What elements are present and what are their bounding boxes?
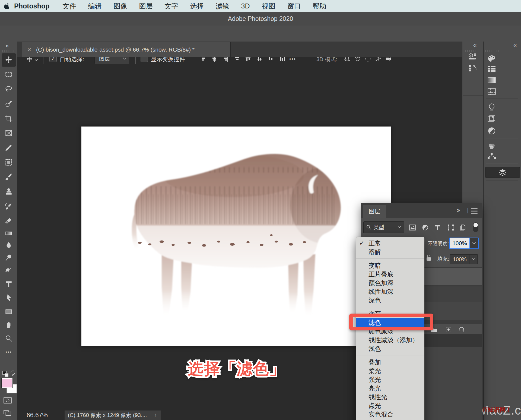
- close-tab-icon[interactable]: ×: [27, 46, 31, 53]
- panel-dock-grip[interactable]: [485, 50, 500, 52]
- status-expand-icon[interactable]: 〉: [154, 412, 159, 419]
- tool-blur[interactable]: [4, 241, 13, 250]
- menu-view[interactable]: 视图: [262, 2, 275, 11]
- patterns-panel-icon[interactable]: [487, 87, 496, 96]
- foreground-color-swatch[interactable]: [2, 378, 12, 388]
- filter-adjustment-layers-icon[interactable]: [421, 223, 430, 232]
- swatches-panel-icon[interactable]: [487, 64, 496, 73]
- lock-icon[interactable]: [426, 254, 432, 263]
- expand-tools-icon[interactable]: »: [5, 43, 8, 49]
- document-tab-bar: × (C) bison_downloadable-asset.psd @ 66.…: [17, 42, 462, 57]
- blend-option-hard-light[interactable]: 强光: [356, 375, 424, 384]
- tool-more-icon[interactable]: •••: [4, 348, 13, 356]
- filter-shape-layers-icon[interactable]: [446, 223, 455, 232]
- tool-gradient[interactable]: [4, 229, 13, 238]
- panel-menu-icon[interactable]: [471, 208, 478, 215]
- menu-app-name[interactable]: Photoshop: [14, 2, 50, 10]
- blend-option-dissolve[interactable]: 溶解: [356, 248, 424, 256]
- apple-icon[interactable]: [0, 3, 14, 9]
- dock-grip[interactable]: [465, 50, 480, 52]
- blend-option-darken[interactable]: 变暗: [356, 261, 424, 270]
- blend-option-linear-light[interactable]: 线性光: [356, 393, 424, 401]
- blend-option-linear-dodge[interactable]: 线性减淡（添加）: [356, 336, 424, 344]
- menu-help[interactable]: 帮助: [313, 2, 326, 11]
- blend-option-overlay[interactable]: 叠加: [356, 358, 424, 367]
- tool-brush[interactable]: [4, 173, 13, 181]
- delete-layer-icon[interactable]: [457, 325, 466, 334]
- adjustments-panel-icon[interactable]: [487, 127, 496, 135]
- filter-pixel-layers-icon[interactable]: [408, 223, 417, 232]
- properties-panel-icon[interactable]: [468, 52, 477, 61]
- color-panel-icon[interactable]: [487, 54, 496, 63]
- menu-window[interactable]: 窗口: [287, 2, 301, 11]
- tool-type[interactable]: [4, 280, 13, 289]
- layers-panel-icon[interactable]: [485, 167, 520, 178]
- blend-option-normal[interactable]: ✓正常: [356, 239, 424, 248]
- paths-panel-icon[interactable]: [487, 152, 496, 160]
- menu-layer[interactable]: 图层: [139, 2, 153, 11]
- tool-pen[interactable]: [4, 266, 13, 275]
- panel-expand-icon[interactable]: »: [457, 207, 460, 214]
- tool-healing-brush[interactable]: [4, 158, 13, 167]
- tool-rectangle[interactable]: [4, 307, 13, 316]
- opacity-input[interactable]: 100%: [450, 238, 469, 248]
- tool-hand[interactable]: [4, 321, 13, 329]
- tool-eraser[interactable]: [4, 216, 13, 225]
- opacity-label: 不透明度:: [423, 238, 449, 249]
- menu-file[interactable]: 文件: [63, 2, 76, 11]
- fill-input[interactable]: 100%: [450, 254, 469, 264]
- tool-quick-selection[interactable]: [4, 99, 13, 108]
- menu-type[interactable]: 文字: [165, 2, 178, 11]
- blend-option-vivid-light[interactable]: 亮光: [356, 384, 424, 393]
- new-layer-icon[interactable]: [444, 325, 453, 334]
- tool-clone-stamp[interactable]: [4, 187, 13, 196]
- collapse-panels-icon[interactable]: «: [513, 43, 516, 48]
- canvas-document[interactable]: [81, 127, 391, 346]
- libraries-panel-icon[interactable]: [487, 115, 496, 123]
- tool-history-brush[interactable]: [4, 202, 13, 211]
- blend-option-darker-color[interactable]: 深色: [356, 296, 424, 305]
- document-info[interactable]: (C) 1760 像素 x 1249 像素 (93.... 〉: [65, 410, 161, 420]
- layer-filter-type-dropdown[interactable]: 类型: [363, 221, 404, 233]
- tool-lasso[interactable]: [4, 85, 13, 93]
- quick-mask-icon[interactable]: [3, 396, 12, 405]
- filter-type-layers-icon[interactable]: [433, 223, 442, 232]
- swap-colors-icon[interactable]: [10, 370, 16, 377]
- menu-3d[interactable]: 3D: [241, 2, 250, 10]
- filter-toggle[interactable]: [473, 222, 478, 232]
- blend-option-color-burn[interactable]: 颜色加深: [356, 279, 424, 287]
- history-panel-icon[interactable]: [468, 64, 477, 72]
- zoom-level-field[interactable]: 66.67%: [27, 412, 48, 419]
- blend-option-pin-light[interactable]: 点光: [356, 401, 424, 410]
- blend-option-lighter-color[interactable]: 浅色: [356, 344, 424, 353]
- screen-mode-icon[interactable]: [3, 409, 12, 417]
- blend-option-soft-light[interactable]: 柔光: [356, 367, 424, 375]
- layers-tab[interactable]: 图层: [363, 205, 386, 218]
- tool-move[interactable]: [4, 55, 13, 64]
- tool-rectangular-marquee[interactable]: [4, 70, 13, 79]
- menu-select[interactable]: 选择: [190, 2, 204, 11]
- filter-smart-objects-icon[interactable]: [459, 223, 467, 232]
- tool-dodge[interactable]: [4, 253, 13, 262]
- default-colors-icon[interactable]: [2, 371, 9, 379]
- collapse-dock-icon[interactable]: «: [473, 43, 476, 48]
- opacity-dropdown-button[interactable]: [469, 238, 478, 248]
- document-tab[interactable]: × (C) bison_downloadable-asset.psd @ 66.…: [22, 42, 231, 57]
- tool-path-select[interactable]: [4, 293, 13, 302]
- tool-zoom[interactable]: [4, 334, 13, 343]
- fill-dropdown-button[interactable]: [469, 254, 478, 264]
- tool-crop[interactable]: [4, 114, 13, 123]
- tool-eyedropper[interactable]: [4, 143, 13, 152]
- learn-panel-icon[interactable]: [487, 103, 496, 112]
- blend-option-multiply[interactable]: 正片叠底: [356, 270, 424, 279]
- menu-image[interactable]: 图像: [114, 2, 127, 11]
- blend-option-hard-mix[interactable]: 实色混合: [356, 410, 424, 419]
- blend-option-linear-burn[interactable]: 线性加深: [356, 287, 424, 296]
- annotation-highlight-box: [349, 314, 433, 330]
- menu-filter[interactable]: 滤镜: [216, 2, 229, 11]
- channels-panel-icon[interactable]: [487, 142, 496, 151]
- menu-edit[interactable]: 编辑: [88, 2, 102, 11]
- gradients-panel-icon[interactable]: [487, 76, 496, 84]
- tools-grip[interactable]: [2, 50, 15, 52]
- tool-frame[interactable]: [4, 129, 13, 137]
